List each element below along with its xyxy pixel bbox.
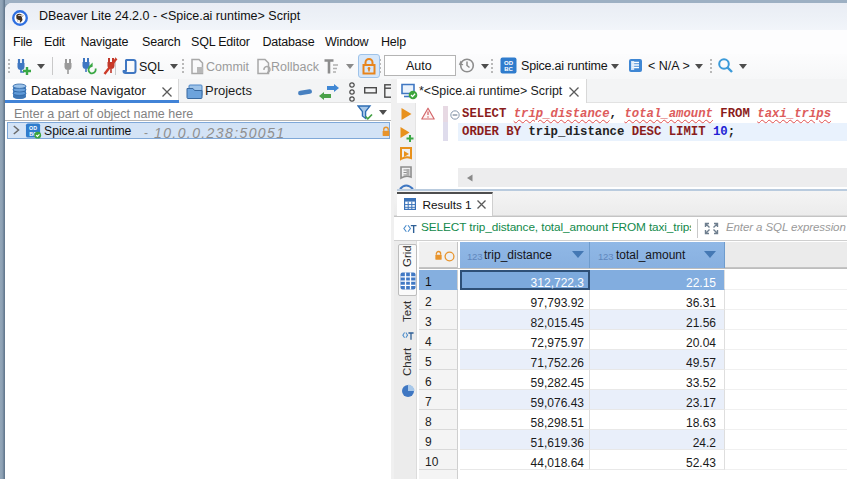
svg-text:OD: OD bbox=[29, 125, 37, 131]
svg-text:BC: BC bbox=[504, 66, 513, 72]
svg-text:OD: OD bbox=[504, 60, 514, 66]
